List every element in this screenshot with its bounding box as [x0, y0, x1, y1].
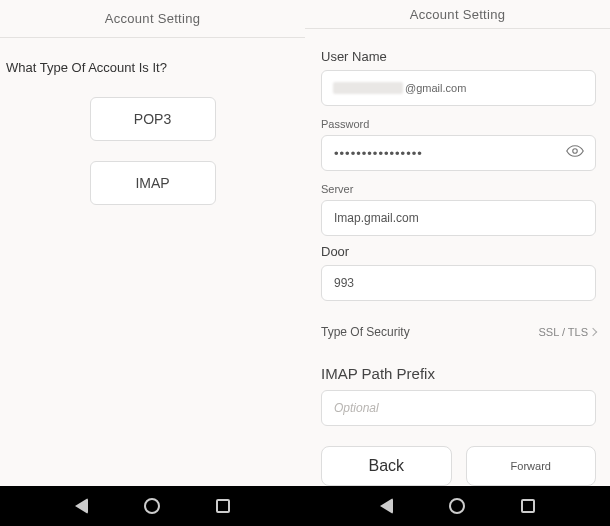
password-label: Password: [321, 118, 596, 130]
imap-button[interactable]: IMAP: [90, 161, 216, 205]
security-value: SSL / TLS: [538, 326, 588, 338]
android-recent-icon[interactable]: [216, 499, 230, 513]
android-home-icon[interactable]: [144, 498, 160, 514]
back-button[interactable]: Back: [321, 446, 452, 486]
imap-prefix-input[interactable]: [321, 390, 596, 426]
security-label: Type Of Security: [321, 325, 410, 339]
page-title-right: Account Setting: [305, 0, 610, 29]
page-title-left: Account Setting: [0, 0, 305, 38]
android-home-icon[interactable]: [449, 498, 465, 514]
username-value: @gmail.com: [333, 82, 466, 94]
security-type-row[interactable]: Type Of Security SSL / TLS: [321, 325, 596, 339]
android-nav-bar: [0, 486, 610, 526]
server-input[interactable]: [321, 200, 596, 236]
account-type-question: What Type Of Account Is It?: [0, 60, 305, 97]
svg-point-0: [573, 149, 578, 154]
pop3-button[interactable]: POP3: [90, 97, 216, 141]
forward-button[interactable]: Forward: [466, 446, 597, 486]
account-type-panel: Account Setting What Type Of Account Is …: [0, 0, 305, 486]
username-redacted: [333, 82, 403, 94]
android-back-icon[interactable]: [75, 498, 88, 514]
username-domain: @gmail.com: [405, 82, 466, 94]
eye-icon[interactable]: [566, 142, 584, 164]
password-input[interactable]: [321, 135, 596, 171]
chevron-right-icon: [589, 328, 597, 336]
account-settings-panel: Account Setting User Name @gmail.com Pas…: [305, 0, 610, 486]
imap-prefix-label: IMAP Path Prefix: [321, 365, 596, 382]
server-label: Server: [321, 183, 596, 195]
android-back-icon[interactable]: [380, 498, 393, 514]
door-label: Door: [321, 244, 596, 259]
android-recent-icon[interactable]: [521, 499, 535, 513]
door-input[interactable]: [321, 265, 596, 301]
username-label: User Name: [321, 49, 596, 64]
